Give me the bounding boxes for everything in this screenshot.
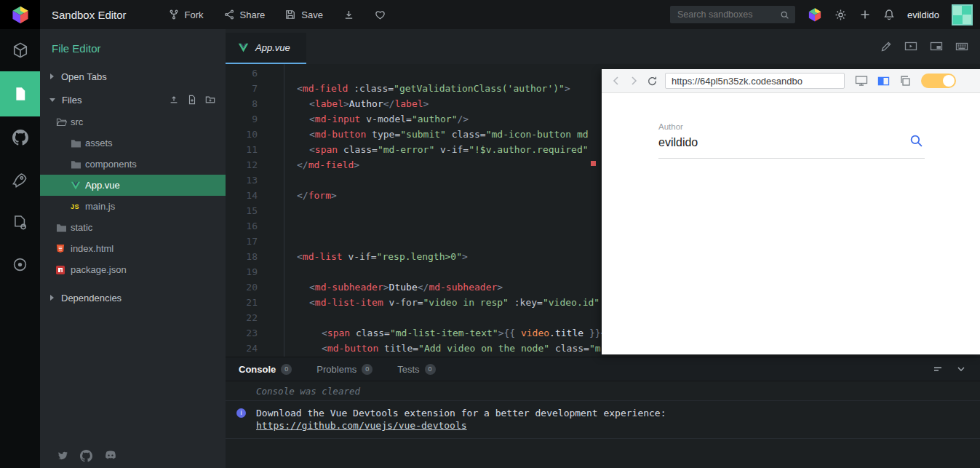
code-token: >	[423, 98, 429, 109]
problems-tab-label: Problems	[316, 364, 356, 375]
file-tree-item-main.js[interactable]: JSmain.js	[40, 196, 226, 217]
refresh-button[interactable]	[647, 76, 658, 87]
console-tab-label: Console	[239, 364, 276, 375]
new-folder-icon[interactable]	[205, 95, 215, 105]
author-field[interactable]: Author evildido	[658, 122, 925, 159]
code-token: "submit"	[400, 129, 446, 140]
live-reload-toggle[interactable]	[921, 74, 956, 88]
chevron-right-icon	[50, 74, 54, 79]
code-token: <	[309, 129, 315, 140]
rail-live-button[interactable]	[0, 243, 40, 285]
line-number: 10	[226, 127, 258, 142]
rail-deployment-button[interactable]	[0, 159, 40, 201]
upload-file-icon[interactable]	[169, 95, 179, 105]
avatar[interactable]	[952, 4, 973, 25]
share-button[interactable]: Share	[214, 0, 276, 29]
new-window-icon[interactable]	[930, 41, 943, 52]
github-icon[interactable]	[80, 450, 92, 462]
discord-icon[interactable]	[104, 450, 117, 462]
console-tab-problems[interactable]: Problems 0	[316, 364, 373, 375]
file-tree-item-static[interactable]: static	[40, 217, 226, 238]
code-token: label	[315, 98, 343, 109]
clear-console-icon[interactable]	[932, 363, 944, 375]
code-token: <	[322, 343, 327, 354]
rail-file-editor-button[interactable]	[0, 71, 40, 116]
search-icon	[780, 10, 789, 20]
file-tree-item-src[interactable]: src	[40, 111, 226, 132]
file-tree-item-components[interactable]: components	[40, 154, 226, 175]
duplicate-window-icon[interactable]	[899, 75, 911, 87]
line-number: 7	[226, 81, 258, 96]
forward-button[interactable]	[628, 75, 640, 87]
code-token: md-subheader	[315, 282, 383, 293]
like-button[interactable]	[364, 0, 396, 29]
console-tab-tests[interactable]: Tests 0	[397, 364, 435, 375]
codesandbox-logo[interactable]	[0, 0, 40, 29]
url-input[interactable]	[665, 73, 845, 89]
preview-navbar	[602, 69, 980, 93]
file-tree-item-assets[interactable]: assets	[40, 132, 226, 154]
prettify-icon[interactable]	[880, 41, 892, 52]
download-button[interactable]	[333, 0, 364, 29]
download-icon	[343, 9, 354, 20]
chevron-left-icon	[610, 75, 622, 87]
new-sandbox-button[interactable]	[859, 9, 871, 20]
collapse-console-icon[interactable]	[955, 363, 967, 375]
plus-icon	[859, 9, 871, 20]
username[interactable]: evildido	[907, 9, 939, 20]
refresh-icon	[647, 76, 658, 87]
bell-icon	[883, 9, 895, 20]
save-button[interactable]: Save	[275, 0, 333, 29]
rail-github-button[interactable]	[0, 116, 40, 159]
line-number: 16	[226, 218, 258, 234]
fork-label: Fork	[185, 9, 204, 20]
split-view-icon[interactable]	[877, 76, 890, 87]
rail-server-button[interactable]	[0, 201, 40, 243]
twitter-icon[interactable]	[56, 450, 68, 462]
code-token: span	[327, 328, 350, 338]
search-input[interactable]	[676, 9, 780, 20]
new-file-icon[interactable]	[187, 95, 197, 105]
code-token: md-subheader	[429, 282, 497, 293]
tab-app-vue[interactable]: App.vue	[226, 33, 306, 64]
responsive-mode-icon[interactable]	[855, 75, 868, 87]
open-preview-icon[interactable]	[904, 41, 917, 52]
sandbox-search[interactable]	[670, 6, 795, 23]
line-number: 8	[226, 96, 258, 111]
cube-outline-icon	[12, 42, 28, 58]
file-tree-item-package.json[interactable]: package.json	[40, 259, 226, 280]
code-token: md-input	[315, 114, 361, 124]
back-button[interactable]	[610, 75, 622, 87]
folder-open-icon	[56, 117, 71, 127]
app-title: Sandbox Editor	[52, 9, 127, 21]
chevron-right-icon	[628, 75, 640, 87]
code-token: video	[521, 328, 549, 338]
search-icon[interactable]	[909, 134, 923, 148]
notifications-button[interactable]	[883, 9, 895, 20]
file-name: components	[85, 159, 137, 170]
chevron-down-icon	[49, 98, 55, 102]
author-input-value[interactable]: evildido	[658, 136, 925, 149]
devtools-link[interactable]: https://github.com/vuejs/vue-devtools	[256, 419, 666, 432]
open-tabs-section[interactable]: Open Tabs	[40, 65, 226, 88]
fork-button[interactable]: Fork	[159, 0, 214, 29]
file-tree-item-App.vue[interactable]: App.vue	[40, 175, 226, 196]
share-label: Share	[240, 9, 266, 20]
code-token: "video.id"	[543, 297, 599, 308]
keyboard-icon[interactable]	[955, 41, 968, 52]
settings-button[interactable]	[834, 9, 847, 21]
dependencies-label: Dependencies	[61, 293, 121, 304]
codesandbox-mini-logo[interactable]	[808, 7, 822, 22]
dependencies-section[interactable]: Dependencies	[40, 286, 226, 309]
codesandbox-editor: Sandbox Editor Fork Share Save	[0, 0, 980, 468]
folder-icon	[71, 138, 85, 148]
code-token: >	[383, 282, 389, 293]
error-marker	[591, 161, 596, 166]
file-tree-item-index.html[interactable]: index.html	[40, 238, 226, 259]
files-section[interactable]: Files	[40, 88, 226, 111]
console-tab-console[interactable]: Console 0	[239, 364, 292, 375]
rail-project-button[interactable]	[0, 29, 40, 71]
code-token: v-model=	[360, 114, 411, 124]
live-icon	[12, 257, 28, 272]
file-name: static	[71, 222, 92, 233]
